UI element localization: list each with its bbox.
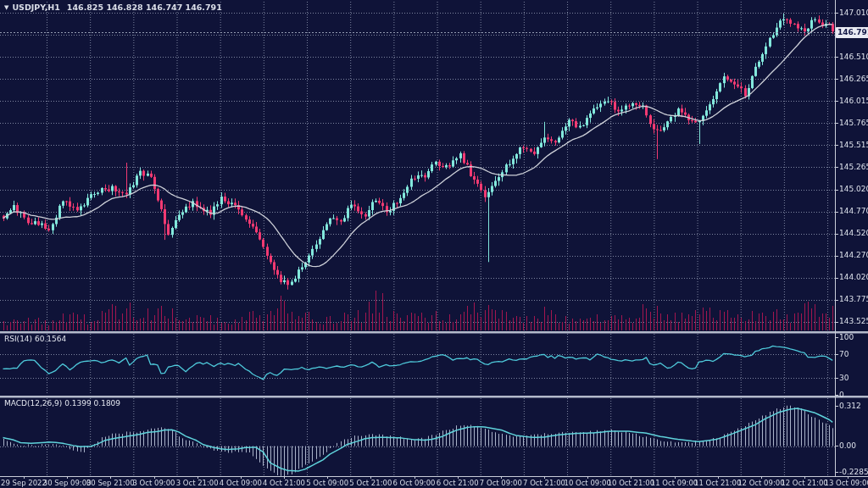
time-axis-label: 4 Oct 09:00 (220, 479, 262, 487)
time-axis-label: 5 Oct 09:00 (306, 479, 348, 487)
chart-title: ▼USDJPY,H1146.825 146.828 146.747 146.79… (4, 3, 222, 12)
price-axis-label: 144.770 (839, 207, 868, 215)
rsi-indicator-label: RSI(14) 60.1564 (4, 335, 66, 343)
chart-canvas[interactable] (0, 0, 868, 488)
current-price-value: 146.791 (837, 28, 868, 36)
time-axis-label: 7 Oct 09:00 (480, 479, 522, 487)
symbol-timeframe-label: USDJPY,H1 (12, 3, 59, 12)
price-axis-label: 143.525 (839, 317, 868, 325)
time-axis-label: 12 Oct 21:00 (781, 479, 827, 487)
price-axis-label: 143.775 (839, 295, 868, 303)
price-axis-label: 146.510 (839, 53, 868, 61)
price-axis-label: 145.515 (839, 141, 868, 149)
ohlc-values: 146.825 146.828 146.747 146.791 (67, 3, 222, 12)
price-axis-label: 144.270 (839, 251, 868, 259)
time-axis-label: 29 Sep 2022 (1, 479, 47, 487)
time-axis-label: 4 Oct 21:00 (263, 479, 305, 487)
time-axis-label: 10 Oct 09:00 (564, 479, 610, 487)
time-axis-label: 3 Oct 09:00 (132, 479, 175, 487)
time-axis-label: 30 Sep 09:00 (43, 479, 92, 487)
price-axis-label: 145.765 (839, 119, 868, 127)
price-axis-label: 147.010 (839, 8, 868, 17)
price-axis-label: 146.015 (839, 97, 868, 105)
time-axis-label: 5 Oct 21:00 (349, 479, 392, 487)
symbol-dropdown-icon[interactable]: ▼ (4, 4, 8, 11)
time-axis-label: 12 Oct 09:00 (737, 479, 784, 487)
rsi-axis-label: 0 (839, 391, 844, 399)
time-axis-label: 11 Oct 09:00 (651, 479, 698, 487)
rsi-axis-label: 100 (839, 333, 854, 341)
macd-axis-label: 0.312 (839, 402, 861, 410)
time-axis-label: 13 Oct 09:00 (825, 479, 868, 487)
price-axis-label: 145.265 (839, 163, 868, 171)
time-axis-label: 6 Oct 21:00 (437, 479, 479, 487)
time-axis-label: 30 Sep 21:00 (86, 479, 135, 487)
macd-axis-label: 0.00 (839, 441, 856, 450)
current-price-tag: 146.791 (836, 27, 868, 38)
trading-chart-window: ▼USDJPY,H1146.825 146.828 146.747 146.79… (0, 0, 868, 488)
time-axis-label: 10 Oct 21:00 (608, 479, 654, 487)
price-axis-label: 145.020 (839, 185, 868, 193)
macd-indicator-label: MACD(12,26,9) 0.1399 0.1809 (4, 399, 120, 408)
time-axis-label: 6 Oct 09:00 (393, 479, 436, 487)
time-axis-label: 3 Oct 21:00 (176, 479, 219, 487)
time-axis-label: 7 Oct 21:00 (523, 479, 565, 487)
price-axis-label: 144.020 (839, 273, 868, 281)
macd-axis-label: -0.2285 (839, 468, 868, 476)
rsi-axis-label: 30 (839, 374, 849, 382)
price-axis-label: 144.520 (839, 229, 868, 237)
time-axis-label: 11 Oct 21:00 (694, 479, 741, 487)
rsi-axis-label: 70 (839, 350, 849, 358)
price-axis-label: 146.265 (839, 75, 868, 83)
